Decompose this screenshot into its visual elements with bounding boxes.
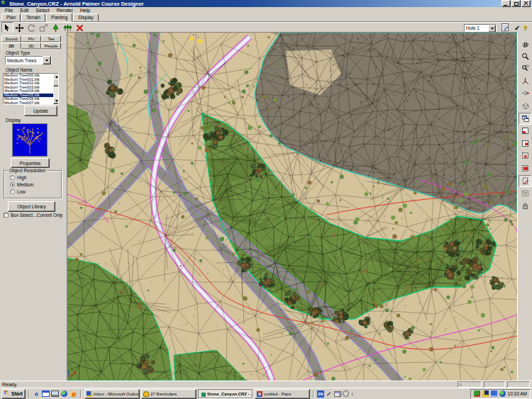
menu-render[interactable]: Render <box>53 8 77 13</box>
scroll-thumb[interactable] <box>53 79 59 86</box>
tray-icon-display[interactable] <box>491 390 497 397</box>
apply-check-icon[interactable]: ✓ <box>514 24 520 32</box>
box-select-checkbox[interactable] <box>4 213 9 218</box>
system-tray: 10:33 AM <box>470 389 531 399</box>
tee-marker: W <box>189 36 194 41</box>
side-tab-sound[interactable]: Sound <box>1 35 21 42</box>
task-button[interactable]: untitled - Paint <box>255 389 310 399</box>
menu-file[interactable]: File <box>1 8 16 13</box>
view-tab-strip: PlanTerrainPlantingDisplay <box>0 13 532 22</box>
rotate-tool[interactable] <box>26 22 38 33</box>
taskbar-divider <box>313 390 314 398</box>
update-button[interactable]: Update <box>24 106 57 116</box>
internet-explorer-icon[interactable]: e <box>33 390 40 398</box>
properties-button[interactable]: Properties <box>11 158 50 168</box>
close-button[interactable] <box>521 0 531 7</box>
camera-move-tool[interactable] <box>519 87 531 99</box>
object-name-list[interactable]: Medium Tree000.blkMedium Tree001.blkMedi… <box>3 73 59 105</box>
ico-paint <box>257 391 262 397</box>
radio-medium[interactable] <box>10 182 15 187</box>
box-select-row: Box Select...Current Only <box>4 213 62 218</box>
side-tab-3d[interactable]: 3D <box>21 43 41 49</box>
menu-help[interactable]: Help <box>77 8 94 13</box>
start-button[interactable]: Start <box>1 389 26 399</box>
object-library-button[interactable]: Object Library <box>8 201 55 212</box>
hole-selector[interactable]: Hole 1 <box>464 24 497 32</box>
task-label: Inbox - Microsoft Outlook <box>94 392 140 396</box>
help-tray-icon[interactable] <box>343 390 350 398</box>
list-item[interactable]: Medium Tree007.blk <box>4 101 54 106</box>
ico-reminders <box>143 391 149 397</box>
course-canvas[interactable]: WW <box>67 32 518 381</box>
side-tab-tee[interactable]: Tee <box>41 35 61 42</box>
task-button[interactable]: Stone_Canyon.CRZ - ... <box>198 389 253 399</box>
tray-icon-antivirus[interactable] <box>474 390 480 397</box>
overflow-dots-icon[interactable] <box>352 393 353 395</box>
chevron-down-icon[interactable] <box>43 56 51 64</box>
radio-high[interactable] <box>10 175 15 180</box>
taskbar-divider <box>80 390 82 398</box>
task-label: Stone_Canyon.CRZ - ... <box>207 392 253 396</box>
status-pane <box>507 381 530 388</box>
list-scrollbar[interactable] <box>53 74 58 104</box>
view-3d-tool[interactable] <box>519 100 531 112</box>
side-tab-pin[interactable]: Pin <box>21 35 41 42</box>
resolution-option-high: High <box>10 175 26 180</box>
show-view-b-tool[interactable] <box>519 137 531 150</box>
rotate-view-tool[interactable] <box>519 75 531 87</box>
media-player-icon[interactable] <box>70 390 77 398</box>
task-button[interactable]: 27 Reminders <box>141 389 196 399</box>
tray-icon-network[interactable] <box>499 390 506 397</box>
planting-panel: SoundPinTee2D3DPeople Object Type Medium… <box>0 33 67 381</box>
select-region-fill-tool[interactable] <box>519 162 531 174</box>
show-desktop-icon[interactable] <box>51 390 59 398</box>
tab-display[interactable]: Display <box>73 13 98 21</box>
scorecard-icon <box>501 23 510 33</box>
help-icon[interactable]: ? <box>523 24 528 31</box>
minimize-button[interactable] <box>501 0 511 7</box>
select-region-tool[interactable] <box>519 150 531 162</box>
msn-icon[interactable] <box>60 390 68 398</box>
show-view-a-tool[interactable] <box>519 125 531 137</box>
side-tab-people[interactable]: People <box>41 43 61 49</box>
tablet-icon[interactable] <box>334 390 341 398</box>
tab-terrain[interactable]: Terrain <box>21 13 45 21</box>
menu-edit[interactable]: Edit <box>16 8 32 13</box>
clock[interactable]: 10:33 AM <box>508 391 527 396</box>
plant-tree-tool[interactable] <box>50 22 62 33</box>
tray-icon-scheduler[interactable] <box>482 390 489 397</box>
menu-select[interactable]: Select <box>32 8 52 13</box>
zoom-tool[interactable] <box>519 50 531 62</box>
object-preview <box>12 123 48 157</box>
window-title: Stone_Canyon.CRZ - Arnold Palmer Course … <box>9 1 501 7</box>
chevron-down-icon[interactable] <box>488 25 496 33</box>
select-tool[interactable] <box>1 22 13 33</box>
resolution-option-medium: Medium <box>10 182 33 187</box>
task-button[interactable]: Inbox - Microsoft Outlook <box>84 389 140 399</box>
radio-label: High <box>17 175 26 180</box>
pen-icon[interactable] <box>326 390 333 398</box>
pan-hand-tool[interactable] <box>519 38 531 50</box>
restore-button[interactable] <box>511 0 521 7</box>
outlook-launch-icon[interactable] <box>42 390 50 398</box>
radio-low[interactable] <box>10 189 15 194</box>
language-indicator[interactable]: EN <box>317 390 324 398</box>
marquee-tool[interactable] <box>519 187 531 199</box>
side-tab-2d[interactable]: 2D <box>1 43 21 49</box>
lock-tool[interactable] <box>519 200 531 212</box>
redraw-tool[interactable] <box>519 175 531 187</box>
cascade-views-tool[interactable] <box>519 113 531 125</box>
desktop: { "window": { "title": "Stone_Canyon.CRZ… <box>0 0 532 399</box>
terrain-view[interactable]: WW <box>67 33 517 381</box>
tab-planting[interactable]: Planting <box>46 13 73 22</box>
app-icon <box>1 1 7 7</box>
ico-apcd <box>200 391 206 397</box>
move-tool[interactable] <box>13 22 26 33</box>
scale-tool[interactable] <box>38 22 50 33</box>
scroll-down-icon[interactable] <box>53 98 59 104</box>
object-resolution-group: Object Resolution HighMediumLow <box>4 170 62 198</box>
title-bar[interactable]: Stone_Canyon.CRZ - Arnold Palmer Course … <box>0 0 532 7</box>
object-type-select[interactable]: Medium Trees <box>5 56 52 64</box>
tab-plan[interactable]: Plan <box>1 13 21 21</box>
zoom-window-tool[interactable] <box>519 62 531 74</box>
